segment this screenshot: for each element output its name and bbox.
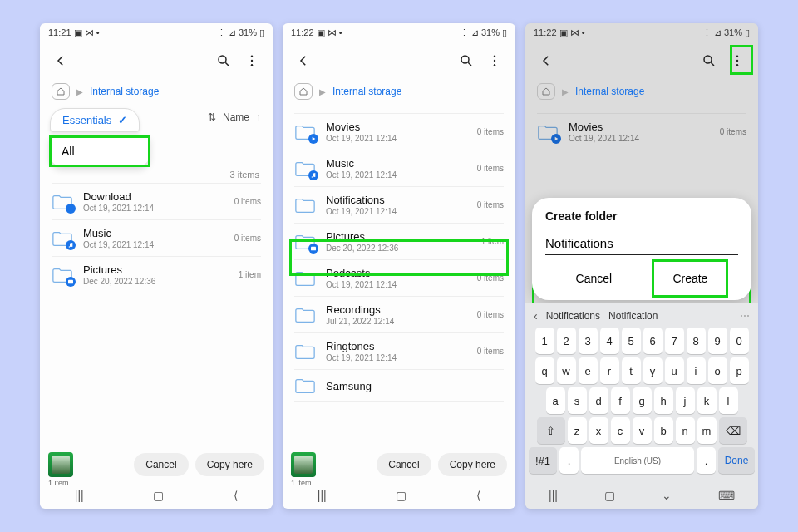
key-h[interactable]: h: [654, 387, 673, 414]
nav-back[interactable]: ⟨: [234, 489, 238, 502]
key-⌫[interactable]: ⌫: [719, 417, 747, 444]
key-b[interactable]: b: [654, 417, 673, 444]
key-u[interactable]: u: [665, 357, 684, 384]
copy-here-button[interactable]: Copy here: [195, 453, 264, 476]
copy-here-button[interactable]: Copy here: [438, 453, 507, 476]
key-e[interactable]: e: [579, 357, 598, 384]
key-period[interactable]: .: [697, 447, 716, 474]
more-icon[interactable]: [239, 48, 264, 73]
back-button[interactable]: [291, 48, 316, 73]
file-row[interactable]: Movies Oct 19, 2021 12:14 0 items: [525, 114, 758, 150]
file-count: 0 items: [477, 127, 504, 136]
breadcrumb[interactable]: ▶ Internal storage: [283, 80, 515, 108]
home-icon[interactable]: [294, 83, 313, 100]
key-d[interactable]: d: [589, 387, 608, 414]
breadcrumb-item[interactable]: Internal storage: [575, 86, 644, 97]
dialog-create-button[interactable]: Create: [658, 265, 722, 292]
key-space[interactable]: English (US): [581, 447, 694, 474]
file-row[interactable]: Movies Oct 19, 2021 12:14 0 items: [283, 114, 515, 150]
nav-home[interactable]: ▢: [396, 489, 406, 502]
file-row[interactable]: Download Oct 19, 2021 12:14 0 items: [40, 184, 273, 219]
key-3[interactable]: 3: [579, 328, 598, 354]
file-row[interactable]: Pictures Dec 20, 2022 12:36 1 item: [40, 257, 273, 293]
key-l[interactable]: l: [719, 387, 738, 414]
key-p[interactable]: p: [730, 357, 749, 384]
breadcrumb[interactable]: ▶ Internal storage: [525, 80, 758, 108]
key-j[interactable]: j: [676, 387, 695, 414]
key-done[interactable]: Done: [718, 447, 755, 474]
breadcrumb-item[interactable]: Internal storage: [332, 86, 401, 97]
sort-up-icon[interactable]: ↑: [256, 111, 261, 123]
file-row[interactable]: Music Oct 19, 2021 12:14 0 items: [283, 150, 515, 186]
file-row[interactable]: Ringtones Oct 19, 2021 12:14 0 items: [283, 333, 515, 369]
key-y[interactable]: y: [643, 357, 663, 384]
key-1[interactable]: 1: [535, 328, 554, 354]
nav-recents[interactable]: |||: [75, 489, 84, 502]
filter-option-all[interactable]: All: [50, 136, 150, 166]
key-t[interactable]: t: [622, 357, 641, 384]
key-4[interactable]: 4: [600, 328, 619, 354]
back-button[interactable]: [48, 48, 73, 73]
nav-back[interactable]: ⟨: [476, 489, 480, 502]
key-z[interactable]: z: [568, 417, 587, 444]
key-9[interactable]: 9: [708, 328, 727, 354]
nav-recents[interactable]: |||: [549, 489, 558, 502]
filter-chip[interactable]: Essentials ✓: [50, 108, 140, 132]
key-7[interactable]: 7: [665, 328, 684, 354]
key-a[interactable]: a: [546, 387, 565, 414]
file-row[interactable]: Podcasts Oct 19, 2021 12:14 0 items: [283, 260, 515, 296]
key-⇧[interactable]: ⇧: [537, 417, 565, 444]
nav-home[interactable]: ▢: [604, 489, 615, 502]
key-5[interactable]: 5: [622, 328, 641, 354]
selection-thumbnail[interactable]: 1 item: [291, 452, 316, 477]
key-comma[interactable]: ,: [559, 447, 579, 474]
search-icon[interactable]: [454, 48, 479, 73]
key-2[interactable]: 2: [557, 328, 576, 354]
key-s[interactable]: s: [568, 387, 587, 414]
selection-thumbnail[interactable]: 1 item: [48, 452, 73, 477]
key-m[interactable]: m: [697, 417, 717, 444]
file-row[interactable]: Music Oct 19, 2021 12:14 0 items: [40, 220, 273, 256]
key-8[interactable]: 8: [687, 328, 706, 354]
key-n[interactable]: n: [676, 417, 695, 444]
suggestion-2[interactable]: Notification: [608, 310, 658, 322]
key-c[interactable]: c: [611, 417, 630, 444]
back-button[interactable]: [534, 48, 559, 73]
more-icon[interactable]: [725, 48, 750, 73]
key-x[interactable]: x: [589, 417, 608, 444]
key-g[interactable]: g: [633, 387, 652, 414]
breadcrumb[interactable]: ▶ Internal storage: [40, 80, 273, 108]
suggestion-back-icon[interactable]: ‹: [534, 309, 538, 323]
nav-keyboard-hide[interactable]: ⌄: [662, 489, 672, 502]
folder-name-input[interactable]: [545, 234, 738, 255]
nav-home[interactable]: ▢: [153, 489, 164, 502]
search-icon[interactable]: [211, 48, 236, 73]
file-row[interactable]: Samsung: [283, 370, 515, 401]
file-row[interactable]: Recordings Jul 21, 2022 12:14 0 items: [283, 297, 515, 332]
file-row[interactable]: Notifications Oct 19, 2021 12:14 0 items: [283, 187, 515, 223]
key-6[interactable]: 6: [643, 328, 663, 354]
nav-recents[interactable]: |||: [318, 489, 327, 502]
key-k[interactable]: k: [697, 387, 717, 414]
cancel-button[interactable]: Cancel: [377, 453, 431, 476]
cancel-button[interactable]: Cancel: [134, 453, 188, 476]
key-f[interactable]: f: [611, 387, 630, 414]
key-q[interactable]: q: [535, 357, 554, 384]
key-symbols[interactable]: !#1: [529, 447, 557, 474]
more-icon[interactable]: [482, 48, 507, 73]
key-w[interactable]: w: [557, 357, 576, 384]
nav-keyboard-switch[interactable]: ⌨: [718, 489, 735, 502]
suggestion-1[interactable]: Notifications: [546, 310, 600, 322]
key-o[interactable]: o: [708, 357, 727, 384]
search-icon[interactable]: [697, 48, 722, 73]
file-row[interactable]: Pictures Dec 20, 2022 12:36 1 item: [283, 224, 515, 259]
breadcrumb-item[interactable]: Internal storage: [90, 86, 159, 97]
home-icon[interactable]: [52, 83, 70, 100]
key-0[interactable]: 0: [730, 328, 749, 354]
key-i[interactable]: i: [687, 357, 706, 384]
home-icon[interactable]: [537, 83, 555, 100]
key-v[interactable]: v: [633, 417, 652, 444]
key-r[interactable]: r: [600, 357, 619, 384]
dialog-cancel-button[interactable]: Cancel: [561, 265, 628, 292]
suggestion-more-icon[interactable]: ⋯: [740, 310, 750, 322]
